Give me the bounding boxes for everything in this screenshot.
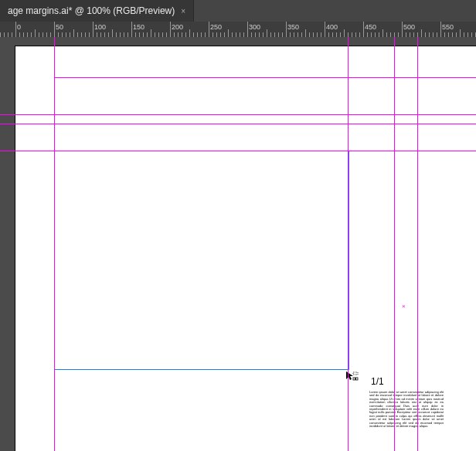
ruler-label: 100 — [94, 23, 106, 31]
threaded-overflow-text[interactable]: Lorem ipsum dolor sit amet consectetur a… — [369, 391, 444, 437]
horizontal-guide[interactable] — [0, 114, 476, 115]
horizontal-ruler[interactable]: 050100150200250300350400450500550 — [0, 22, 476, 38]
vertical-guide[interactable] — [394, 37, 395, 451]
ruler-label: 350 — [287, 23, 299, 31]
thread-page-indicator: 1/1 — [371, 376, 384, 387]
horizontal-guide[interactable] — [0, 124, 476, 124]
ruler-label: 400 — [326, 23, 338, 31]
text-frame[interactable] — [54, 151, 349, 370]
ruler-label: 550 — [442, 23, 454, 31]
anchor-marker: × — [402, 305, 405, 308]
vertical-guide[interactable] — [54, 37, 55, 451]
ruler-label: 50 — [56, 23, 63, 31]
document-tab[interactable]: age margins.ai* @ 100% (RGB/Preview) × — [0, 0, 194, 22]
horizontal-guide[interactable] — [0, 151, 476, 151]
document-tab-bar: age margins.ai* @ 100% (RGB/Preview) × — [0, 0, 476, 22]
ruler-label: 250 — [210, 23, 222, 31]
vertical-guide[interactable] — [417, 37, 418, 451]
artboard[interactable]: × 1/1 Lorem ipsum dolor sit amet consect… — [15, 46, 476, 451]
canvas-workspace[interactable]: × 1/1 Lorem ipsum dolor sit amet consect… — [0, 37, 476, 451]
vertical-guide[interactable] — [348, 37, 348, 451]
ruler-label: 0 — [17, 23, 21, 31]
ruler-label: 450 — [365, 23, 376, 31]
ruler-label: 200 — [172, 23, 183, 31]
ruler-label: 150 — [133, 23, 144, 31]
ruler-label: 300 — [249, 23, 260, 31]
close-icon[interactable]: × — [181, 7, 185, 15]
ruler-label: 500 — [403, 23, 415, 31]
document-tab-label: age margins.ai* @ 100% (RGB/Preview) — [8, 5, 175, 16]
